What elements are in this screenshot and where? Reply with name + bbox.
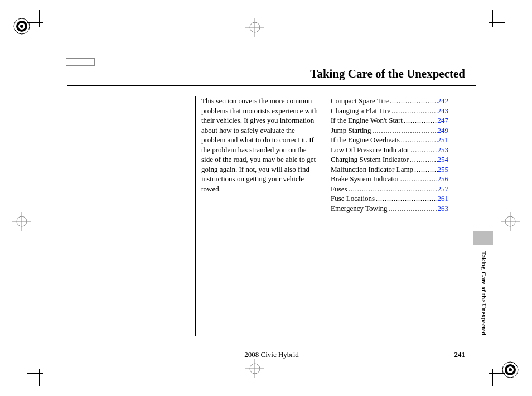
toc-label: Emergency Towing: [331, 204, 388, 214]
toc-row: Fuses257: [331, 184, 448, 194]
toc-leader-dots: [400, 135, 438, 145]
page-content: Taking Care of the Unexpected This secti…: [67, 67, 476, 363]
toc-label: Fuse Locations: [331, 194, 375, 204]
intro-column: This section covers the more common prob…: [195, 96, 325, 336]
toc-page-link[interactable]: 249: [438, 125, 449, 136]
toc-leader-dots: [375, 194, 437, 204]
toc-leader-dots: [399, 174, 438, 184]
toc-row: If the Engine Overheats251: [331, 135, 448, 145]
side-section-label: Taking Care of the Unexpected: [481, 251, 487, 335]
content-columns: This section covers the more common prob…: [67, 96, 476, 336]
crop-mark-icon: [482, 363, 499, 379]
toc-row: Emergency Towing263: [331, 204, 448, 214]
toc-label: If the Engine Overheats: [331, 135, 400, 145]
toc-page-link[interactable]: 242: [438, 96, 449, 106]
toc-label: Compact Spare Tire: [331, 96, 389, 106]
toc-leader-dots: [390, 106, 437, 116]
toc-label: Low Oil Pressure Indicator: [331, 145, 409, 155]
crosshair-icon: [12, 212, 31, 231]
toc-page-link[interactable]: 254: [438, 154, 449, 165]
toc-row: Charging System Indicator254: [331, 154, 448, 165]
svg-point-7: [509, 368, 512, 371]
toc-leader-dots: [371, 125, 438, 136]
toc-leader-dots: [409, 154, 438, 165]
toc-page-link[interactable]: 243: [438, 106, 449, 116]
toc-label: Fuses: [331, 184, 347, 194]
toc-leader-dots: [347, 184, 438, 194]
toc-label: Malfunction Indicator Lamp: [331, 165, 413, 175]
intro-paragraph: This section covers the more common prob…: [201, 96, 319, 194]
crosshair-icon: [245, 18, 264, 37]
toc-column: Compact Spare Tire242Changing a Flat Tir…: [325, 96, 454, 336]
placeholder-box: [66, 58, 95, 66]
page-title: Taking Care of the Unexpected: [67, 67, 476, 86]
toc-leader-dots: [388, 204, 438, 214]
toc-row: Changing a Flat Tire243: [331, 106, 448, 116]
toc-page-link[interactable]: 263: [438, 204, 449, 214]
toc-label: Jump Starting: [331, 125, 371, 136]
toc-label: If the Engine Won't Start: [331, 115, 403, 125]
toc-page-link[interactable]: 253: [438, 145, 449, 155]
toc-page-link[interactable]: 257: [438, 184, 449, 194]
toc-row: Brake System Indicator256: [331, 174, 448, 184]
crop-mark-icon: [482, 17, 499, 33]
toc-leader-dots: [409, 145, 437, 155]
toc-page-link[interactable]: 255: [438, 165, 449, 175]
crop-mark-icon: [33, 17, 50, 33]
footer-model-label: 2008 Civic Hybrid: [67, 350, 476, 359]
toc-row: Malfunction Indicator Lamp255: [331, 165, 448, 175]
toc-label: Brake System Indicator: [331, 174, 399, 184]
toc-label: Changing a Flat Tire: [331, 106, 390, 116]
registration-target-icon: [501, 360, 520, 379]
toc-page-link[interactable]: 251: [438, 135, 449, 145]
toc-row: Jump Starting249: [331, 125, 448, 136]
toc-page-link[interactable]: 261: [438, 194, 449, 204]
footer-page-number: 241: [454, 350, 466, 359]
toc-row: Low Oil Pressure Indicator253: [331, 145, 448, 155]
toc-leader-dots: [389, 96, 438, 106]
crosshair-icon: [501, 212, 520, 231]
crop-mark-icon: [33, 363, 50, 379]
svg-point-3: [20, 25, 23, 28]
toc-label: Charging System Indicator: [331, 154, 409, 165]
toc-leader-dots: [403, 115, 438, 125]
toc-row: Compact Spare Tire242: [331, 96, 448, 106]
registration-target-icon: [12, 17, 31, 36]
toc-leader-dots: [413, 165, 437, 175]
toc-row: If the Engine Won't Start247: [331, 115, 448, 125]
toc-page-link[interactable]: 247: [438, 115, 449, 125]
toc-page-link[interactable]: 256: [438, 174, 449, 184]
toc-row: Fuse Locations261: [331, 194, 448, 204]
